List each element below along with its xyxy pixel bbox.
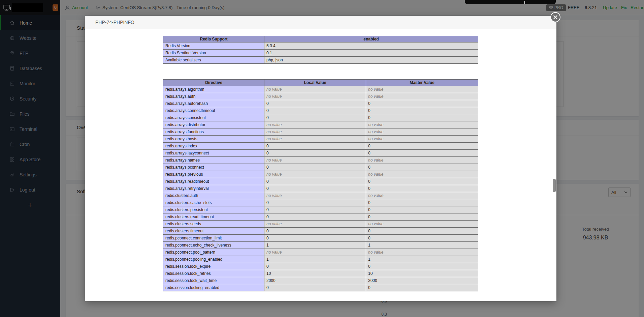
table-cell: redis.arrays.auth <box>163 93 264 100</box>
table-row: redis.pconnect.echo_check_liveness11 <box>163 242 478 249</box>
table-cell: redis.arrays.autorehash <box>163 100 264 107</box>
table-cell: 0 <box>264 235 366 242</box>
table-cell: 10 <box>366 270 478 277</box>
table-row: redis.arrays.hostsno valueno value <box>163 136 478 143</box>
table-cell: 0 <box>366 228 478 235</box>
table-cell: 1 <box>366 256 478 263</box>
table-cell: no value <box>264 249 366 256</box>
table-row: redis.arrays.namesno valueno value <box>163 157 478 164</box>
table-cell: 0 <box>264 284 366 291</box>
table-cell: redis.arrays.connecttimeout <box>163 107 264 114</box>
table-cell: 0 <box>264 150 366 157</box>
table-cell: 5.3.4 <box>264 42 478 50</box>
table-cell: redis.arrays.consistent <box>163 114 264 121</box>
phpinfo-redis-support-table: Redis SupportenabledRedis Version5.3.4Re… <box>163 36 478 64</box>
table-cell: 0 <box>264 143 366 150</box>
table-cell: 0 <box>366 143 478 150</box>
toast-popup-remnant <box>465 0 556 4</box>
table-header-cell: Master Value <box>366 80 478 86</box>
table-row: redis.pconnect.connection_limit00 <box>163 235 478 242</box>
table-cell: 0 <box>366 263 478 270</box>
directive-tbody: DirectiveLocal ValueMaster Valueredis.ar… <box>163 80 478 291</box>
table-cell: redis.arrays.retryinterval <box>163 185 264 192</box>
modal-title: PHP-74-PHPINFO <box>95 20 134 25</box>
table-cell: no value <box>366 136 478 143</box>
table-cell: php, json <box>264 57 478 64</box>
phpinfo-directive-table: DirectiveLocal ValueMaster Valueredis.ar… <box>163 79 478 291</box>
table-cell: 0 <box>264 178 366 185</box>
table-cell: 0 <box>264 100 366 107</box>
table-row: redis.session.lock_wait_time20002000 <box>163 277 478 284</box>
table-row: redis.clusters.seedsno valueno value <box>163 221 478 228</box>
table-cell: no value <box>366 128 478 136</box>
table-row: redis.session.lock_retries1010 <box>163 270 478 277</box>
table-cell: no value <box>264 171 366 178</box>
table-cell: 0 <box>264 263 366 270</box>
table-cell: redis.clusters.auth <box>163 192 264 199</box>
table-cell: no value <box>366 192 478 199</box>
modal-close-button[interactable] <box>550 12 560 22</box>
table-row: Redis Sentinel Version0.1 <box>163 50 478 57</box>
table-cell: Redis Sentinel Version <box>163 50 264 57</box>
table-row: redis.pconnect.pool_patternno valueno va… <box>163 249 478 256</box>
table-cell: 0 <box>264 213 366 221</box>
table-cell: 0.1 <box>264 50 478 57</box>
table-cell: no value <box>366 86 478 93</box>
table-cell: 0 <box>366 164 478 171</box>
toast-tick-mark <box>524 1 525 4</box>
redis-support-tbody: Redis SupportenabledRedis Version5.3.4Re… <box>163 36 478 64</box>
table-row: Redis Version5.3.4 <box>163 42 478 50</box>
table-cell: redis.arrays.distributor <box>163 121 264 128</box>
table-row: redis.session.locking_enabled00 <box>163 284 478 291</box>
table-row: redis.session.lock_expire00 <box>163 263 478 270</box>
table-cell: 1 <box>264 242 366 249</box>
table-cell: 0 <box>264 228 366 235</box>
table-row: redis.arrays.lazyconnect00 <box>163 150 478 157</box>
table-cell: 0 <box>264 164 366 171</box>
table-cell: redis.arrays.index <box>163 143 264 150</box>
table-cell: 0 <box>264 199 366 206</box>
table-cell: redis.clusters.seeds <box>163 221 264 228</box>
table-cell: redis.pconnect.echo_check_liveness <box>163 242 264 249</box>
table-cell: no value <box>264 121 366 128</box>
table-cell: redis.arrays.pconnect <box>163 164 264 171</box>
table-row: redis.arrays.distributorno valueno value <box>163 121 478 128</box>
table-cell: 0 <box>366 199 478 206</box>
table-cell: 0 <box>366 206 478 213</box>
table-cell: redis.clusters.timeout <box>163 228 264 235</box>
table-cell: no value <box>264 192 366 199</box>
table-cell: 1 <box>264 256 366 263</box>
table-cell: no value <box>366 121 478 128</box>
table-row: redis.arrays.retryinterval00 <box>163 185 478 192</box>
table-cell: no value <box>366 171 478 178</box>
table-cell: 0 <box>264 107 366 114</box>
table-header-cell: enabled <box>264 36 478 42</box>
table-row: redis.arrays.autorehash00 <box>163 100 478 107</box>
table-cell: 0 <box>366 107 478 114</box>
table-cell: 0 <box>366 178 478 185</box>
table-cell: redis.arrays.algorithm <box>163 86 264 93</box>
table-row: redis.clusters.timeout00 <box>163 228 478 235</box>
table-header-cell: Redis Support <box>163 36 264 42</box>
table-cell: 0 <box>264 185 366 192</box>
table-row: redis.arrays.previousno valueno value <box>163 171 478 178</box>
modal-content[interactable]: Redis SupportenabledRedis Version5.3.4Re… <box>85 29 556 301</box>
table-cell: redis.pconnect.pooling_enabled <box>163 256 264 263</box>
table-row: redis.arrays.readtimeout00 <box>163 178 478 185</box>
table-cell: no value <box>366 221 478 228</box>
table-cell: redis.arrays.functions <box>163 128 264 136</box>
table-row: redis.arrays.algorithmno valueno value <box>163 86 478 93</box>
table-cell: no value <box>264 157 366 164</box>
table-cell: redis.session.lock_retries <box>163 270 264 277</box>
modal-scrollbar-thumb[interactable] <box>553 179 556 192</box>
table-cell: redis.clusters.read_timeout <box>163 213 264 221</box>
table-cell: 10 <box>264 270 366 277</box>
table-cell: no value <box>264 128 366 136</box>
table-cell: 0 <box>366 150 478 157</box>
table-cell: 0 <box>366 235 478 242</box>
table-row: redis.arrays.consistent00 <box>163 114 478 121</box>
modal-header: PHP-74-PHPINFO <box>85 16 556 29</box>
table-cell: 2000 <box>366 277 478 284</box>
table-cell: 0 <box>264 114 366 121</box>
table-row: redis.clusters.cache_slots00 <box>163 199 478 206</box>
